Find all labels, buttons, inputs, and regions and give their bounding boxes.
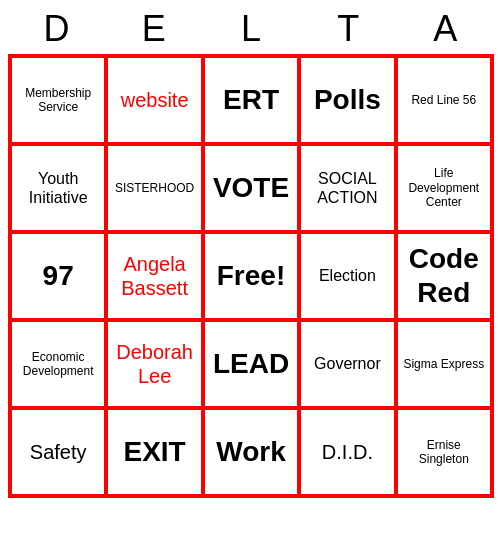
cell-r3-c4[interactable]: Sigma Express bbox=[396, 320, 492, 408]
cell-r2-c1[interactable]: Angela Bassett bbox=[106, 232, 202, 320]
cell-r2-c0[interactable]: 97 bbox=[10, 232, 106, 320]
cell-r1-c1[interactable]: SISTERHOOD bbox=[106, 144, 202, 232]
cell-r0-c0[interactable]: Membership Service bbox=[10, 56, 106, 144]
cell-r1-c3[interactable]: SOCIAL ACTION bbox=[299, 144, 395, 232]
header-letter: A bbox=[401, 8, 489, 50]
header-letter: L bbox=[207, 8, 295, 50]
cell-r4-c4[interactable]: Ernise Singleton bbox=[396, 408, 492, 496]
bingo-grid: Membership ServicewebsiteERTPollsRed Lin… bbox=[8, 54, 494, 498]
cell-r2-c4[interactable]: Code Red bbox=[396, 232, 492, 320]
cell-r3-c1[interactable]: Deborah Lee bbox=[106, 320, 202, 408]
cell-r0-c3[interactable]: Polls bbox=[299, 56, 395, 144]
cell-r4-c1[interactable]: EXIT bbox=[106, 408, 202, 496]
cell-r0-c1[interactable]: website bbox=[106, 56, 202, 144]
cell-r2-c3[interactable]: Election bbox=[299, 232, 395, 320]
cell-r4-c3[interactable]: D.I.D. bbox=[299, 408, 395, 496]
header-letter: T bbox=[304, 8, 392, 50]
cell-r4-c0[interactable]: Safety bbox=[10, 408, 106, 496]
header-letter: E bbox=[110, 8, 198, 50]
cell-r0-c4[interactable]: Red Line 56 bbox=[396, 56, 492, 144]
header-letter: D bbox=[13, 8, 101, 50]
cell-r1-c0[interactable]: Youth Initiative bbox=[10, 144, 106, 232]
cell-r2-c2[interactable]: Free! bbox=[203, 232, 299, 320]
cell-r1-c2[interactable]: VOTE bbox=[203, 144, 299, 232]
cell-r0-c2[interactable]: ERT bbox=[203, 56, 299, 144]
cell-r4-c2[interactable]: Work bbox=[203, 408, 299, 496]
cell-r1-c4[interactable]: Life Development Center bbox=[396, 144, 492, 232]
cell-r3-c0[interactable]: Economic Development bbox=[10, 320, 106, 408]
cell-r3-c2[interactable]: LEAD bbox=[203, 320, 299, 408]
bingo-header: DELTA bbox=[8, 8, 494, 50]
cell-r3-c3[interactable]: Governor bbox=[299, 320, 395, 408]
